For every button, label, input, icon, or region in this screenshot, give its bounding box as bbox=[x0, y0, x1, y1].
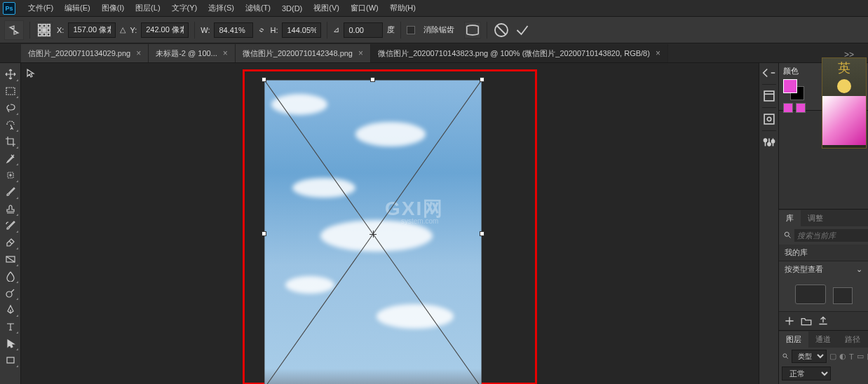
tab-doc-4[interactable]: 微信图片_20200710143823.png @ 100% (微信图片_202… bbox=[371, 44, 668, 62]
svg-rect-8 bbox=[47, 33, 50, 36]
canvas-area[interactable]: GXI网 system.com bbox=[21, 63, 759, 384]
transform-handle[interactable] bbox=[480, 77, 484, 82]
add-icon[interactable] bbox=[783, 315, 796, 327]
transform-center-icon[interactable] bbox=[369, 231, 377, 238]
svg-rect-19 bbox=[764, 114, 774, 124]
svg-point-21 bbox=[764, 139, 766, 142]
tab-layers[interactable]: 图层 bbox=[779, 331, 808, 348]
stamp-tool[interactable] bbox=[2, 201, 19, 217]
h-input[interactable] bbox=[282, 22, 321, 38]
tab-library[interactable]: 库 bbox=[779, 210, 801, 226]
x-input[interactable] bbox=[68, 22, 116, 38]
type-tool[interactable] bbox=[2, 319, 19, 334]
transform-handle[interactable] bbox=[370, 77, 375, 82]
angle-input[interactable] bbox=[344, 22, 383, 38]
filter-image-icon[interactable]: ▢ bbox=[829, 352, 836, 362]
foreground-swatch[interactable] bbox=[783, 79, 797, 93]
angle-unit: 度 bbox=[387, 25, 395, 35]
eyedropper-tool[interactable] bbox=[2, 151, 19, 166]
tab-channels[interactable]: 通道 bbox=[808, 331, 838, 348]
filter-shape-icon[interactable]: ▭ bbox=[857, 352, 864, 362]
antialias-label: 消除锯齿 bbox=[423, 25, 454, 35]
menu-image[interactable]: 图像(I) bbox=[96, 1, 130, 15]
menu-view[interactable]: 视图(V) bbox=[308, 1, 345, 15]
ps-logo: Ps bbox=[3, 2, 15, 15]
w-input[interactable] bbox=[214, 22, 253, 38]
library-search-input[interactable] bbox=[794, 229, 868, 242]
transform-handle[interactable] bbox=[262, 231, 266, 236]
marquee-tool[interactable] bbox=[2, 83, 19, 99]
link-icon[interactable] bbox=[256, 24, 268, 36]
menu-layer[interactable]: 图层(L) bbox=[130, 1, 165, 15]
close-icon[interactable]: × bbox=[656, 48, 660, 58]
eraser-tool[interactable] bbox=[2, 235, 19, 250]
ime-floating-panel[interactable]: 英 bbox=[822, 57, 867, 149]
library-panel: 库 调整 我的库 按类型查看 ⌄ bbox=[779, 209, 868, 330]
shape-tool[interactable] bbox=[2, 352, 19, 368]
menu-edit[interactable]: 编辑(E) bbox=[59, 1, 96, 15]
menu-window[interactable]: 窗口(W) bbox=[345, 1, 384, 15]
foreground-background-swatch[interactable] bbox=[783, 79, 804, 100]
filter-type-icon[interactable]: T bbox=[849, 352, 854, 362]
search-icon bbox=[783, 231, 792, 240]
pen-tool[interactable] bbox=[2, 302, 19, 317]
warp-icon[interactable] bbox=[464, 22, 481, 39]
healing-tool[interactable] bbox=[2, 167, 19, 183]
adjustments-panel-icon[interactable] bbox=[761, 134, 777, 151]
tab-adjustments[interactable]: 调整 bbox=[801, 210, 830, 226]
mini-swatch[interactable] bbox=[783, 103, 793, 113]
mini-swatch[interactable] bbox=[796, 103, 806, 113]
filter-adjust-icon[interactable]: ◐ bbox=[839, 352, 846, 362]
blur-tool[interactable] bbox=[2, 268, 19, 284]
commit-icon[interactable] bbox=[514, 22, 531, 39]
tab-paths[interactable]: 路径 bbox=[838, 331, 867, 348]
quick-select-tool[interactable] bbox=[2, 117, 19, 132]
delta-icon[interactable]: △ bbox=[120, 25, 126, 34]
history-brush-tool[interactable] bbox=[2, 218, 19, 233]
lasso-tool[interactable] bbox=[2, 100, 19, 116]
move-tool[interactable] bbox=[2, 67, 19, 82]
transform-bounding-box[interactable] bbox=[264, 80, 482, 384]
gradient-tool[interactable] bbox=[2, 252, 19, 267]
path-select-tool[interactable] bbox=[2, 336, 19, 351]
menu-3d[interactable]: 3D(D) bbox=[276, 2, 308, 15]
transform-handle[interactable] bbox=[262, 77, 266, 82]
menu-help[interactable]: 帮助(H) bbox=[384, 1, 421, 15]
asset-shape[interactable] bbox=[833, 287, 853, 304]
svg-rect-2 bbox=[47, 24, 50, 27]
close-icon[interactable]: × bbox=[136, 48, 141, 58]
close-icon[interactable]: × bbox=[358, 48, 363, 58]
dodge-tool[interactable] bbox=[2, 285, 19, 301]
menu-filter[interactable]: 滤镜(T) bbox=[240, 1, 276, 15]
brush-tool[interactable] bbox=[2, 184, 19, 200]
tab-doc-1[interactable]: 信图片_20200710134029.png× bbox=[21, 44, 149, 62]
upload-icon[interactable] bbox=[817, 315, 829, 327]
filter-type-select[interactable]: 类型 bbox=[792, 350, 827, 363]
menu-select[interactable]: 选择(S) bbox=[203, 1, 240, 15]
library-name[interactable]: 我的库 bbox=[779, 245, 868, 261]
svg-rect-7 bbox=[43, 33, 46, 36]
antialias-checkbox[interactable] bbox=[407, 26, 415, 34]
reference-point-icon[interactable] bbox=[36, 22, 53, 39]
tab-doc-3[interactable]: 微信图片_20200710142348.png× bbox=[236, 44, 371, 62]
right-dock bbox=[759, 63, 778, 384]
properties-panel-icon[interactable] bbox=[761, 111, 777, 128]
asset-shape[interactable] bbox=[795, 284, 826, 304]
history-panel-icon[interactable] bbox=[761, 88, 777, 104]
blend-mode-select[interactable]: 正常 bbox=[782, 366, 831, 380]
angle-icon: ⊿ bbox=[333, 25, 339, 34]
tab-label: 未标题-2 @ 100... bbox=[156, 48, 217, 59]
y-input[interactable] bbox=[141, 22, 189, 38]
expand-dock-icon[interactable] bbox=[761, 64, 777, 81]
cancel-icon[interactable] bbox=[493, 22, 510, 39]
transform-tool-icon[interactable] bbox=[4, 20, 24, 40]
menu-file[interactable]: 文件(F) bbox=[22, 1, 59, 15]
transform-handle[interactable] bbox=[480, 231, 484, 236]
menu-type[interactable]: 文字(Y) bbox=[166, 1, 203, 15]
view-by-dropdown[interactable]: 按类型查看 ⌄ bbox=[779, 261, 868, 277]
folder-icon[interactable] bbox=[800, 315, 813, 327]
tab-doc-2[interactable]: 未标题-2 @ 100...× bbox=[149, 44, 236, 62]
close-icon[interactable]: × bbox=[223, 48, 228, 58]
svg-rect-14 bbox=[7, 357, 14, 363]
crop-tool[interactable] bbox=[2, 134, 19, 149]
